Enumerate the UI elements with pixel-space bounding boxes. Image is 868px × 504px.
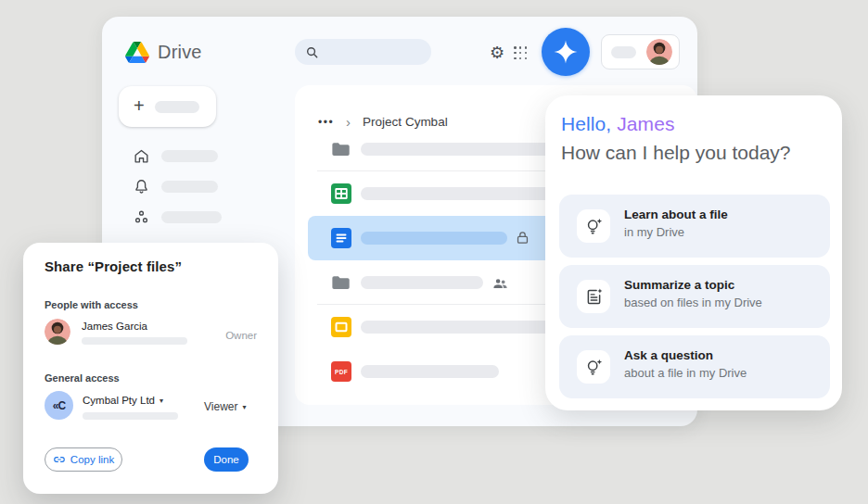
people-with-access-label: People with access [45, 299, 138, 310]
gemini-spark-button[interactable] [542, 28, 590, 76]
account-chip[interactable] [601, 34, 680, 69]
gemini-spark-icon [552, 38, 580, 66]
bell-icon [133, 178, 150, 195]
share-dialog: Share “Project files” People with access… [23, 243, 278, 494]
lightbulb-spark-icon [577, 350, 610, 384]
summarize-spark-icon [577, 280, 610, 313]
filename-placeholder [361, 365, 499, 378]
label-placeholder [161, 181, 218, 193]
owner-email-placeholder [82, 337, 187, 345]
drive-triangle-icon [125, 42, 149, 63]
gemini-assistant-panel: Hello, James How can I help you today? L… [545, 95, 842, 410]
general-access-label: General access [45, 372, 120, 384]
new-button[interactable]: + [119, 86, 216, 127]
people-icon [491, 275, 509, 296]
suggestion-card-learn[interactable]: Learn about a file in my Drive [559, 195, 830, 258]
lightbulb-spark-icon [577, 209, 610, 243]
sidebar-item-home[interactable] [119, 145, 267, 167]
general-access-scope-dropdown[interactable]: Cymbal Pty Ltd ▾ [83, 395, 163, 406]
search-input[interactable] [295, 39, 431, 65]
app-title: Drive [158, 42, 202, 63]
dots-cluster-icon [133, 208, 150, 226]
user-avatar[interactable] [646, 39, 672, 65]
suggestion-card-summarize[interactable]: Summarize a topic based on files in my D… [559, 265, 830, 328]
sidebar-item-notifications[interactable] [119, 175, 267, 197]
suggestion-subtitle: in my Drive [624, 225, 684, 239]
folder-icon [331, 272, 351, 296]
sidebar-item-shared[interactable] [119, 206, 267, 228]
viewer-role-dropdown[interactable]: Viewer ▾ [204, 400, 246, 413]
lock-icon [515, 230, 530, 249]
owner-role-label: Owner [225, 330, 257, 341]
suggestion-card-ask[interactable]: Ask a question about a file in my Drive [559, 335, 830, 398]
label-placeholder [161, 150, 218, 162]
owner-avatar [45, 319, 70, 345]
owner-name: James Garcia [82, 321, 147, 332]
settings-gear-icon[interactable]: ⚙ [487, 43, 507, 63]
suggestion-title: Ask a question [624, 348, 713, 362]
suggestion-title: Summarize a topic [624, 278, 734, 292]
filename-placeholder [361, 187, 555, 200]
slides-icon [331, 317, 351, 337]
greeting-name: James [617, 113, 674, 134]
filename-placeholder [361, 143, 555, 156]
plus-icon: + [134, 96, 145, 115]
filename-placeholder [361, 276, 483, 289]
suggestion-subtitle: about a file in my Drive [624, 366, 747, 380]
label-placeholder [161, 211, 222, 223]
org-avatar: «C [45, 391, 73, 420]
greeting-subtitle: How can I help you today? [561, 142, 791, 164]
filename-placeholder [361, 232, 507, 245]
apps-grid-icon[interactable] [514, 46, 528, 60]
folder-icon [331, 139, 351, 163]
account-placeholder [611, 46, 636, 58]
greeting-hello: Hello, [561, 113, 611, 134]
drive-logo[interactable]: Drive [125, 42, 202, 63]
share-dialog-title: Share “Project files” [45, 258, 182, 274]
pdf-icon: PDF [331, 361, 351, 382]
search-icon [305, 45, 319, 59]
filename-placeholder [361, 321, 555, 334]
suggestion-subtitle: based on files in my Drive [624, 296, 762, 309]
link-icon [53, 453, 66, 466]
caret-down-icon: ▾ [160, 397, 163, 405]
home-icon [133, 147, 150, 165]
caret-down-icon: ▾ [242, 403, 246, 411]
copy-link-button[interactable]: Copy link [45, 447, 122, 472]
done-button[interactable]: Done [204, 447, 249, 472]
sheets-icon [331, 183, 351, 204]
greeting-line: Hello, James [561, 113, 675, 135]
docs-icon [331, 228, 351, 248]
access-desc-placeholder [83, 412, 178, 420]
suggestion-title: Learn about a file [624, 208, 728, 221]
new-label-placeholder [155, 101, 199, 113]
